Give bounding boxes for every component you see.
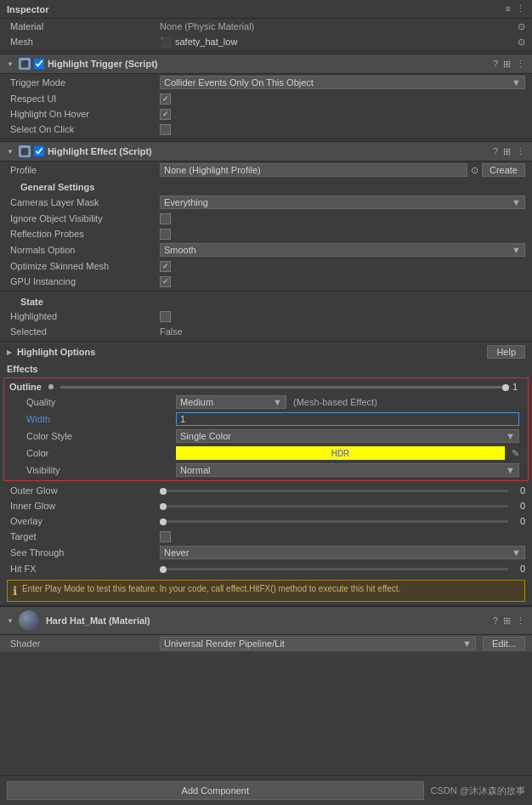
- dropdown-arrow-see-through: ▼: [512, 547, 521, 558]
- color-style-dropdown[interactable]: Single Color ▼: [176, 429, 519, 443]
- color-style-dropdown-text: Single Color: [180, 431, 231, 441]
- dropdown-arrow-trigger: ▼: [512, 77, 521, 88]
- edit-button[interactable]: Edit...: [483, 637, 525, 650]
- visibility-dropdown-text: Normal: [180, 465, 210, 475]
- profile-row: Profile None (Highlight Profile) ⊙ Creat…: [0, 162, 532, 179]
- outer-glow-slider[interactable]: [160, 490, 508, 492]
- highlight-trigger-header[interactable]: ▼ ⬛ Highlight Trigger (Script) ? ⊞ ⋮: [0, 54, 532, 74]
- mesh-label: Mesh: [7, 37, 160, 47]
- component-icon-effect: ⬛: [19, 145, 31, 157]
- normals-option-value[interactable]: Smooth ▼: [160, 243, 525, 257]
- selected-value-text: False: [160, 326, 183, 337]
- overlay-slider[interactable]: [160, 520, 508, 523]
- highlight-trigger-enable-checkbox[interactable]: [34, 59, 44, 69]
- help-circle-icon-2[interactable]: ?: [493, 146, 498, 156]
- mesh-value-container[interactable]: ⬛ safety_hat_low ⊙: [160, 37, 525, 48]
- ignore-object-visibility-checkbox[interactable]: [160, 213, 171, 224]
- dropdown-arrow-visibility: ▼: [506, 465, 515, 475]
- help-circle-icon[interactable]: ?: [493, 59, 498, 69]
- cameras-layer-mask-value[interactable]: Everything ▼: [160, 196, 525, 209]
- mesh-picker-icon[interactable]: ⊙: [518, 37, 525, 48]
- highlighted-checkbox[interactable]: [160, 311, 171, 322]
- profile-value-container: None (Highlight Profile) ⊙ Create: [160, 163, 525, 177]
- settings-icon[interactable]: ⊞: [503, 59, 511, 70]
- highlight-effect-enable-checkbox[interactable]: [34, 146, 44, 156]
- more-icon[interactable]: ⋮: [516, 3, 525, 14]
- create-button[interactable]: Create: [482, 163, 525, 177]
- see-through-dropdown[interactable]: Never ▼: [160, 546, 525, 559]
- color-preview[interactable]: HDR: [176, 446, 505, 460]
- settings-icon-2[interactable]: ⊞: [503, 146, 511, 157]
- color-style-value[interactable]: Single Color ▼: [176, 429, 519, 443]
- profile-dropdown[interactable]: None (Highlight Profile): [160, 163, 467, 177]
- outer-glow-value: 0: [160, 485, 525, 496]
- menu-icon[interactable]: ≡: [506, 3, 511, 14]
- selected-row: Selected False: [0, 324, 532, 339]
- outer-glow-row: Outer Glow 0: [0, 483, 532, 498]
- state-label: State: [0, 293, 532, 309]
- outline-value: 1: [512, 382, 523, 392]
- select-on-click-checkbox[interactable]: [160, 124, 171, 135]
- see-through-value[interactable]: Never ▼: [160, 546, 525, 559]
- add-component-button[interactable]: Add Component: [7, 781, 424, 800]
- triangle-icon-2: ▼: [7, 148, 14, 156]
- outer-glow-value-text: 0: [512, 485, 525, 496]
- highlight-trigger-title: Highlight Trigger (Script): [48, 59, 158, 69]
- material-picker-icon[interactable]: ⊙: [518, 21, 525, 32]
- visibility-value[interactable]: Normal ▼: [176, 463, 519, 477]
- respect-ui-value: [160, 94, 525, 105]
- reflection-probes-checkbox[interactable]: [160, 229, 171, 240]
- help-circle-icon-mat[interactable]: ?: [493, 615, 498, 626]
- gpu-instancing-checkbox[interactable]: [160, 276, 171, 287]
- profile-circle-icon[interactable]: ⊙: [471, 165, 478, 176]
- cameras-layer-mask-dropdown[interactable]: Everything ▼: [160, 196, 525, 209]
- highlight-on-hover-checkbox[interactable]: [160, 109, 171, 120]
- gpu-instancing-value: [160, 276, 525, 287]
- trigger-mode-dropdown[interactable]: Collider Events Only On This Object ▼: [160, 76, 525, 89]
- more-options-icon[interactable]: ⋮: [516, 59, 525, 70]
- shader-dropdown[interactable]: Universal Render Pipeline/Lit ▼: [160, 637, 476, 650]
- normals-option-dropdown[interactable]: Smooth ▼: [160, 243, 525, 257]
- header-icons: ≡ ⋮: [506, 3, 525, 14]
- visibility-row: Visibility Normal ▼: [6, 462, 526, 479]
- overlay-label: Overlay: [7, 516, 160, 526]
- info-box: ℹ Enter Play Mode to test this feature. …: [7, 580, 525, 602]
- trigger-mode-value[interactable]: Collider Events Only On This Object ▼: [160, 76, 525, 89]
- visibility-dropdown[interactable]: Normal ▼: [176, 463, 519, 477]
- help-button[interactable]: Help: [487, 345, 525, 359]
- hit-fx-slider-row: 0: [160, 564, 525, 574]
- outline-header-left: Outline: [9, 382, 54, 392]
- more-options-icon-mat[interactable]: ⋮: [516, 615, 525, 626]
- inner-glow-value: 0: [160, 501, 525, 511]
- outer-glow-thumb: [160, 488, 167, 495]
- outline-slider[interactable]: [60, 386, 509, 388]
- settings-icon-mat[interactable]: ⊞: [503, 615, 511, 626]
- material-header-icons: ? ⊞ ⋮: [493, 615, 525, 626]
- outline-dot-icon: [48, 384, 54, 389]
- outer-glow-label: Outer Glow: [7, 485, 160, 496]
- highlight-effect-header[interactable]: ▼ ⬛ Highlight Effect (Script) ? ⊞ ⋮: [0, 141, 532, 162]
- inner-glow-slider[interactable]: [160, 505, 508, 507]
- target-checkbox[interactable]: [160, 531, 171, 542]
- trigger-mode-dropdown-text: Collider Events Only On This Object: [164, 77, 314, 88]
- material-component-header[interactable]: ▼ Hard Hat_Mat (Material) ? ⊞ ⋮: [0, 606, 532, 635]
- triangle-icon: ▼: [7, 60, 14, 68]
- highlight-trigger-header-left: ▼ ⬛ Highlight Trigger (Script): [7, 58, 493, 70]
- eyedropper-icon[interactable]: ✎: [512, 448, 519, 459]
- quality-dropdown[interactable]: Medium ▼: [176, 395, 286, 409]
- hit-fx-value-text: 0: [512, 564, 525, 574]
- optimize-skinned-mesh-checkbox[interactable]: [160, 261, 171, 272]
- highlight-options-row: ▶ Highlight Options Help: [0, 343, 532, 360]
- reflection-probes-value: [160, 229, 525, 240]
- more-options-icon-2[interactable]: ⋮: [516, 146, 525, 157]
- optimize-skinned-mesh-value: [160, 261, 525, 272]
- normals-option-dropdown-text: Smooth: [164, 245, 196, 255]
- hit-fx-slider[interactable]: [160, 568, 508, 570]
- material-section: ▼ Hard Hat_Mat (Material) ? ⊞ ⋮ Shader U…: [0, 605, 532, 652]
- bottom-bar: Add Component CSDN @沐沐森的故事: [0, 775, 532, 805]
- color-row: Color HDR ✎: [6, 445, 526, 462]
- respect-ui-checkbox[interactable]: [160, 94, 171, 105]
- width-input[interactable]: [176, 412, 519, 426]
- hit-fx-row: Hit FX 0: [0, 561, 532, 576]
- highlight-on-hover-label: Highlight On Hover: [7, 109, 160, 119]
